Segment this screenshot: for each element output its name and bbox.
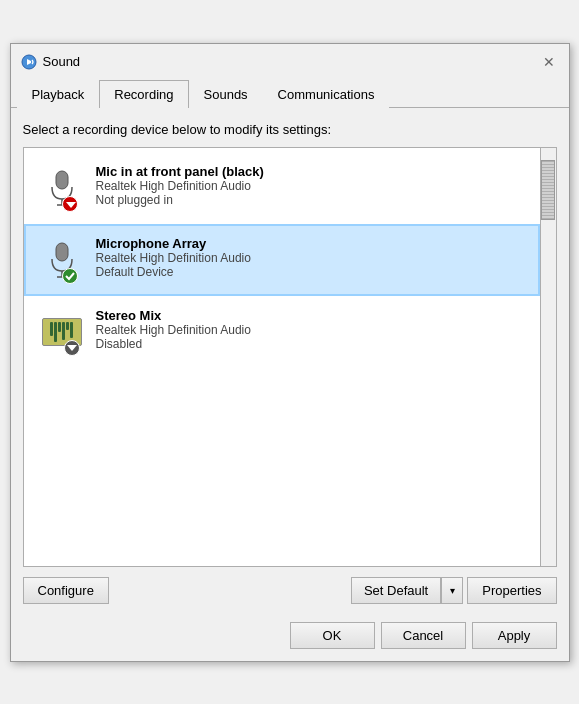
action-button-row: Configure Set Default ▾ Properties <box>23 577 557 604</box>
checkmark-icon <box>64 270 76 282</box>
arrow-down-gray-icon <box>66 342 78 354</box>
apply-button[interactable]: Apply <box>472 622 557 649</box>
set-default-dropdown-button[interactable]: ▾ <box>441 577 463 604</box>
close-button[interactable]: ✕ <box>539 52 559 72</box>
scrollbar[interactable] <box>540 148 556 566</box>
device-item-mic-front-panel[interactable]: Mic in at front panel (black) Realtek Hi… <box>24 152 540 224</box>
device-info-stereo-mix: Stereo Mix Realtek High Definition Audio… <box>96 308 526 351</box>
device-icon-mic-front <box>38 164 86 212</box>
tab-playback[interactable]: Playback <box>17 80 100 108</box>
svg-rect-5 <box>56 243 68 261</box>
device-info-mic-array: Microphone Array Realtek High Definition… <box>96 236 526 279</box>
instruction-text: Select a recording device below to modif… <box>23 122 557 137</box>
svg-rect-1 <box>56 171 68 189</box>
ok-cancel-row: OK Cancel Apply <box>11 614 569 661</box>
device-driver-1: Realtek High Definition Audio <box>96 179 526 193</box>
device-item-microphone-array[interactable]: Microphone Array Realtek High Definition… <box>24 224 540 296</box>
device-list-inner[interactable]: Mic in at front panel (black) Realtek Hi… <box>24 148 540 566</box>
cancel-button[interactable]: Cancel <box>381 622 466 649</box>
status-dot-gray <box>64 340 80 356</box>
tab-communications[interactable]: Communications <box>263 80 390 108</box>
status-dot-red <box>62 196 78 212</box>
properties-button[interactable]: Properties <box>467 577 556 604</box>
svg-marker-8 <box>67 345 77 351</box>
configure-button[interactable]: Configure <box>23 577 109 604</box>
device-driver-2: Realtek High Definition Audio <box>96 251 526 265</box>
device-name-2: Microphone Array <box>96 236 526 251</box>
tab-recording[interactable]: Recording <box>99 80 188 108</box>
device-status-1: Not plugged in <box>96 193 526 207</box>
device-info-mic-front: Mic in at front panel (black) Realtek Hi… <box>96 164 526 207</box>
set-default-button[interactable]: Set Default <box>351 577 441 604</box>
ok-button[interactable]: OK <box>290 622 375 649</box>
status-dot-green <box>62 268 78 284</box>
sound-icon <box>21 54 37 70</box>
scrollbar-thumb[interactable] <box>541 160 555 220</box>
device-item-stereo-mix[interactable]: Stereo Mix Realtek High Definition Audio… <box>24 296 540 368</box>
set-default-split: Set Default ▾ <box>351 577 463 604</box>
device-icon-stereo-mix <box>38 308 86 356</box>
tab-sounds[interactable]: Sounds <box>189 80 263 108</box>
window-title: Sound <box>43 54 539 69</box>
device-icon-mic-array <box>38 236 86 284</box>
arrow-down-icon <box>64 198 78 212</box>
device-name-1: Mic in at front panel (black) <box>96 164 526 179</box>
sound-dialog: Sound ✕ Playback Recording Sounds Commun… <box>10 43 570 662</box>
svg-marker-4 <box>66 202 76 208</box>
device-status-2: Default Device <box>96 265 526 279</box>
device-list: Mic in at front panel (black) Realtek Hi… <box>23 147 557 567</box>
content-area: Select a recording device below to modif… <box>11 108 569 614</box>
device-driver-3: Realtek High Definition Audio <box>96 323 526 337</box>
device-name-3: Stereo Mix <box>96 308 526 323</box>
device-status-3: Disabled <box>96 337 526 351</box>
tab-bar: Playback Recording Sounds Communications <box>11 80 569 108</box>
title-bar: Sound ✕ <box>11 44 569 80</box>
